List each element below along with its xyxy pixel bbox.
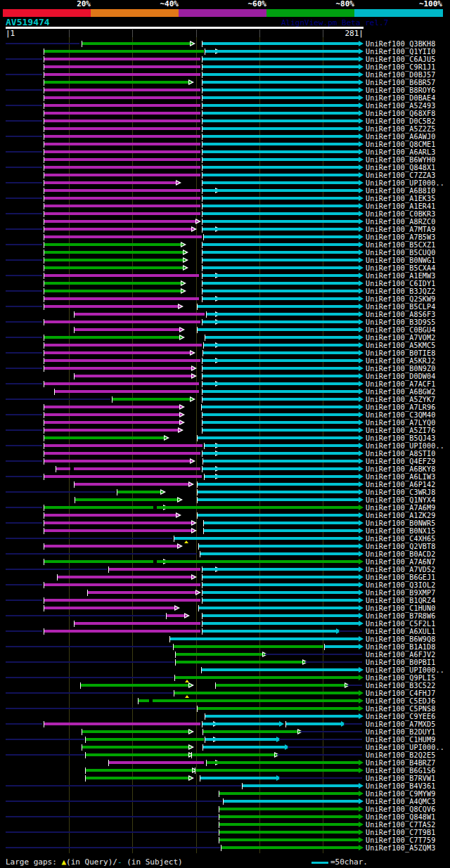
segment-end-arrow-icon [359, 760, 364, 765]
alignment-row: UniRef100_A7VOM2 [0, 334, 450, 342]
alignment-segment [219, 815, 359, 818]
hit-label: UniRef100_UPI000.. [366, 443, 444, 450]
navy-range-line [6, 600, 42, 601]
alignment-row: UniRef100_Q3IOL2 [0, 581, 450, 589]
alignment-row: UniRef100_A7MXD5 [0, 720, 450, 728]
hit-label: UniRef100_B0N9Z0 [366, 365, 436, 373]
navy-range-line [6, 708, 195, 709]
alignment-segment [44, 50, 204, 53]
alignment-segment [213, 723, 279, 725]
alignment-segment [75, 375, 191, 377]
alignment-segment [204, 344, 215, 346]
hit-label: UniRef100_C5PNS8 [366, 706, 436, 713]
alignment-segment [174, 537, 359, 540]
alignment-segment [216, 684, 345, 687]
alignment-segment [44, 290, 181, 292]
alignment-row: UniRef100_A8RZC0 [0, 218, 450, 226]
segment-end-arrow-icon [359, 172, 364, 178]
alignment-segment [44, 475, 202, 478]
segment-end-arrow-icon [359, 706, 364, 711]
alignment-row: UniRef100_UPI000.. [0, 179, 450, 187]
alignment-row: UniRef100_C1HUN0 [0, 604, 450, 612]
segment-open-arrow-inner [189, 746, 192, 749]
alignment-segment [44, 228, 191, 231]
segment-end-arrow-icon [359, 188, 364, 193]
alignment-segment [202, 119, 359, 122]
hit-label: UniRef100_A6ARL3 [366, 149, 436, 156]
segment-open-arrow-inner [179, 305, 181, 308]
navy-range-line [6, 321, 42, 323]
alignment-row: UniRef100_A7MTA9 [0, 226, 450, 233]
alignment-segment [202, 390, 359, 393]
navy-range-line [6, 290, 42, 292]
alignment-row: UniRef100_B0TIE8 [0, 349, 450, 357]
hit-label: UniRef100_A8STI0 [366, 451, 436, 458]
scale-label-40: ~40% [108, 0, 179, 8]
segment-end-arrow-icon [279, 721, 284, 727]
alignment-segment [44, 127, 200, 130]
segment-end-arrow-icon [359, 118, 364, 124]
alignment-segment [198, 305, 359, 308]
alignment-segment [203, 730, 297, 733]
alignment-row: UniRef100_B6W9Q8 [0, 635, 450, 643]
alignment-row: UniRef100_C5F2L1 [0, 620, 450, 628]
segment-end-arrow-icon [359, 48, 364, 54]
segment-end-arrow-icon [359, 234, 364, 240]
hit-label: UniRef100_B5CUQ0 [366, 250, 436, 257]
segment-end-arrow-icon [359, 373, 364, 379]
alignment-segment [198, 328, 359, 331]
alignment-segment [75, 483, 188, 486]
segment-end-arrow-icon [359, 520, 364, 526]
alignment-segment [44, 336, 179, 339]
alignment-row: UniRef100_A8STI0 [0, 450, 450, 458]
hit-label: UniRef100_C5EDJ6 [366, 698, 436, 705]
hit-label: UniRef100_C3WRJ8 [366, 489, 436, 496]
segment-open-arrow-inner [192, 228, 195, 231]
alignment-segment [55, 390, 199, 393]
navy-range-line [344, 723, 362, 725]
alignment-row: UniRef100_B6GEJ1 [0, 574, 450, 581]
segment-open-arrow-inner [191, 351, 193, 354]
hit-label: UniRef100_A6AWJ0 [366, 134, 436, 141]
alignment-row: UniRef100_A7ACF1 [0, 380, 450, 388]
alignment-row: UniRef100_UPI000.. [0, 442, 450, 450]
segment-end-arrow-icon [359, 273, 364, 278]
navy-range-line [6, 213, 42, 214]
segment-end-arrow-icon [359, 396, 364, 402]
hit-label: UniRef100_B5CXA4 [366, 265, 436, 272]
alignment-row: UniRef100_A4QMC3 [0, 798, 450, 805]
segment-end-arrow-icon [359, 381, 364, 387]
hit-label: UniRef100_C7T9B1 [366, 829, 436, 836]
alignment-segment [200, 552, 359, 555]
alignment-row: UniRef100_B1QRZ4 [0, 597, 450, 604]
hit-label: UniRef100_Q8CME1 [366, 141, 436, 148]
alignment-segment [44, 522, 191, 524]
alignment-row: UniRef100_C1HUM9 [0, 736, 450, 744]
segment-end-arrow-icon [359, 41, 364, 46]
alignment-segment [44, 104, 200, 107]
hit-label: UniRef100_Q3IOL2 [366, 582, 436, 589]
hit-label: UniRef100_A7LR96 [366, 404, 436, 411]
segment-end-arrow-icon [359, 389, 364, 394]
alignment-row: UniRef100_B0ACD2 [0, 550, 450, 558]
hit-label: UniRef100_C7TAS2 [366, 822, 436, 829]
segment-end-arrow-icon [359, 404, 364, 410]
hit-label: UniRef100_A5Z493 [366, 103, 436, 110]
alignment-segment [224, 800, 359, 803]
hit-label: UniRef100_UPI000.. [366, 744, 444, 751]
alignment-segment [112, 398, 190, 401]
alignment-row: UniRef100_B3C522 [0, 682, 450, 689]
hit-label: UniRef100_D0BAE4 [366, 95, 436, 102]
navy-range-line [6, 615, 165, 616]
alignment-segment [202, 174, 359, 176]
navy-range-line [6, 831, 218, 833]
hit-label: UniRef100_C1HUN0 [366, 605, 436, 612]
alignment-segment [202, 112, 359, 115]
alignment-segment [44, 344, 202, 346]
alignment-segment [205, 50, 215, 53]
scale-label-20: 20% [20, 0, 91, 8]
alignment-segment [202, 212, 359, 215]
alignment-row: UniRef100_A5ZYK7 [0, 396, 450, 403]
hit-label: UniRef100_A6P142 [366, 481, 436, 488]
alignment-segment [203, 351, 359, 354]
